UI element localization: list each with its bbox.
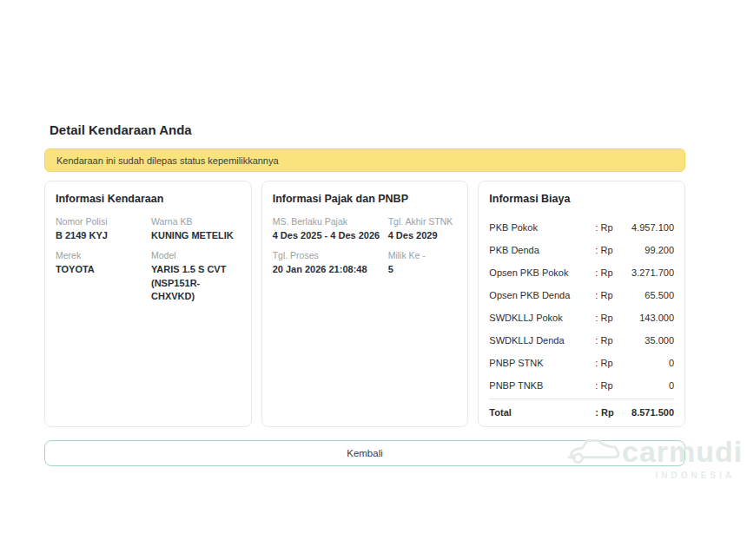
- currency-prefix: : Rp: [595, 407, 621, 418]
- cost-row-opsen-pkb-denda: Opsen PKB Denda : Rp 65.500: [489, 284, 674, 306]
- cost-amount: 0: [621, 358, 674, 368]
- currency-prefix: : Rp: [595, 267, 621, 278]
- field-value: 20 Jan 2026 21:08:48: [273, 263, 388, 276]
- cost-amount: 0: [621, 380, 674, 391]
- currency-prefix: : Rp: [595, 335, 621, 346]
- field-milik-ke: Milik Ke - 5: [388, 250, 458, 276]
- field-value: B 2149 KYJ: [56, 229, 151, 242]
- field-value: 5: [388, 263, 458, 276]
- cost-row-pnbp-stnk: PNBP STNK : Rp 0: [489, 352, 674, 374]
- cost-label: PNBP TNKB: [489, 380, 595, 391]
- cost-label: PNBP STNK: [489, 358, 595, 368]
- cost-amount: 65.500: [621, 290, 674, 300]
- field-value: YARIS 1.5 S CVT (NSP151R-CHXVKD): [151, 263, 241, 303]
- field-tgl-proses: Tgl. Proses 20 Jan 2026 21:08:48: [273, 250, 388, 276]
- field-label: Nomor Polisi: [56, 216, 151, 227]
- banner-message: Kendaraan ini sudah dilepas status kepem…: [56, 155, 279, 166]
- field-ms-berlaku-pajak: MS. Berlaku Pajak 4 Des 2025 - 4 Des 202…: [273, 216, 388, 242]
- total-amount: 8.571.500: [621, 407, 674, 418]
- field-label: Model: [151, 250, 241, 260]
- vehicle-detail-page: Detail Kendaraan Anda Kendaraan ini suda…: [0, 0, 747, 560]
- field-label: Tgl. Proses: [273, 250, 388, 260]
- cost-amount: 143.000: [621, 313, 674, 323]
- currency-prefix: : Rp: [595, 313, 621, 323]
- cost-row-pkb-pokok: PKB Pokok : Rp 4.957.100: [489, 216, 674, 239]
- card-title: Informasi Pajak dan PNBP: [273, 193, 458, 205]
- watermark-subtitle-text: INDONESIA: [566, 471, 747, 480]
- currency-prefix: : Rp: [595, 222, 621, 233]
- cost-row-pnbp-tnkb: PNBP TNKB : Rp 0: [489, 374, 674, 397]
- tax-fields: MS. Berlaku Pajak 4 Des 2025 - 4 Des 202…: [273, 216, 458, 277]
- cost-row-pkb-denda: PKB Denda : Rp 99.200: [489, 239, 674, 261]
- field-nomor-polisi: Nomor Polisi B 2149 KYJ: [56, 216, 151, 242]
- cost-label: Opsen PKB Pokok: [489, 267, 595, 278]
- field-value: TOYOTA: [56, 263, 151, 276]
- cost-amount: 3.271.700: [621, 267, 674, 278]
- field-merek: Merek TOYOTA: [56, 250, 151, 303]
- field-label: Tgl. Akhir STNK: [388, 216, 458, 227]
- field-value: KUNING METELIK: [151, 229, 241, 242]
- currency-prefix: : Rp: [595, 380, 621, 391]
- field-model: Model YARIS 1.5 S CVT (NSP151R-CHXVKD): [151, 250, 241, 303]
- cost-row-opsen-pkb-pokok: Opsen PKB Pokok : Rp 3.271.700: [489, 261, 674, 284]
- field-warna-kb: Warna KB KUNING METELIK: [151, 216, 241, 242]
- total-label: Total: [489, 407, 595, 418]
- cost-label: Opsen PKB Denda: [489, 290, 595, 300]
- field-value: 4 Des 2025 - 4 Des 2026: [273, 229, 388, 242]
- field-value: 4 Des 2029: [388, 229, 458, 242]
- currency-prefix: : Rp: [595, 245, 621, 255]
- card-informasi-biaya: Informasi Biaya PKB Pokok : Rp 4.957.100…: [478, 181, 685, 427]
- field-tgl-akhir-stnk: Tgl. Akhir STNK 4 Des 2029: [388, 216, 458, 242]
- cost-row-total: Total : Rp 8.571.500: [489, 399, 674, 424]
- field-label: Merek: [56, 250, 151, 260]
- field-label: MS. Berlaku Pajak: [273, 216, 388, 227]
- cost-amount: 35.000: [621, 335, 674, 346]
- info-cards-row: Informasi Kendaraan Nomor Polisi B 2149 …: [44, 181, 685, 427]
- cost-row-swdkllj-pokok: SWDKLLJ Pokok : Rp 143.000: [489, 306, 674, 329]
- cost-amount: 4.957.100: [621, 222, 674, 233]
- page-title: Detail Kendaraan Anda: [50, 122, 192, 137]
- kembali-button[interactable]: Kembali: [44, 440, 685, 466]
- cost-label: PKB Pokok: [489, 222, 595, 233]
- card-informasi-kendaraan: Informasi Kendaraan Nomor Polisi B 2149 …: [44, 181, 252, 427]
- cost-label: SWDKLLJ Pokok: [489, 313, 595, 323]
- card-informasi-pajak-pnbp: Informasi Pajak dan PNBP MS. Berlaku Paj…: [261, 181, 469, 427]
- cost-label: SWDKLLJ Denda: [489, 335, 595, 346]
- currency-prefix: : Rp: [595, 290, 621, 300]
- card-title: Informasi Kendaraan: [56, 193, 241, 205]
- ownership-status-banner: Kendaraan ini sudah dilepas status kepem…: [44, 148, 685, 172]
- cost-amount: 99.200: [621, 245, 674, 255]
- currency-prefix: : Rp: [595, 358, 621, 368]
- field-label: Warna KB: [151, 216, 241, 227]
- cost-rows: PKB Pokok : Rp 4.957.100 PKB Denda : Rp …: [489, 216, 674, 424]
- card-title: Informasi Biaya: [489, 193, 674, 205]
- cost-label: PKB Denda: [489, 245, 595, 255]
- kembali-button-label: Kembali: [347, 448, 383, 458]
- field-label: Milik Ke -: [388, 250, 458, 260]
- vehicle-fields: Nomor Polisi B 2149 KYJ Warna KB KUNING …: [56, 216, 241, 304]
- cost-row-swdkllj-denda: SWDKLLJ Denda : Rp 35.000: [489, 329, 674, 352]
